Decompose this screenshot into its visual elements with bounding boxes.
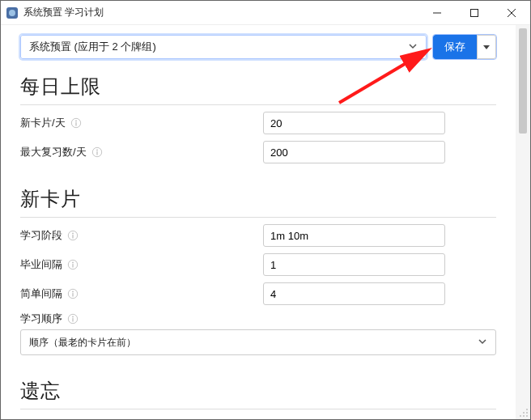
row-graduating-interval: 毕业间隔 <box>20 253 496 276</box>
svg-rect-9 <box>75 122 76 125</box>
svg-point-28 <box>523 412 525 414</box>
select-insertion-order-value: 顺序（最老的卡片在前） <box>29 336 136 350</box>
scrollbar-thumb[interactable] <box>519 28 527 134</box>
input-new-cards-per-day[interactable] <box>263 112 445 134</box>
label-easy-interval: 简单间隔 <box>20 286 263 301</box>
label-new-cards-per-day: 新卡片/天 <box>20 116 263 130</box>
save-button[interactable]: 保存 <box>433 35 477 59</box>
section-heading-lapses: 遗忘 <box>20 378 496 409</box>
svg-point-14 <box>72 233 74 235</box>
svg-point-1 <box>9 10 15 16</box>
svg-rect-15 <box>72 235 73 238</box>
svg-rect-18 <box>72 264 73 267</box>
row-max-reviews-per-day: 最大复习数/天 <box>20 141 496 163</box>
svg-rect-3 <box>471 9 478 16</box>
row-insertion-order-label: 学习顺序 <box>20 312 496 326</box>
label-learning-steps: 学习阶段 <box>20 228 263 243</box>
svg-marker-6 <box>483 45 490 49</box>
row-new-cards-per-day: 新卡片/天 <box>20 112 496 134</box>
caret-down-icon <box>483 44 490 50</box>
label-insertion-order: 学习顺序 <box>20 312 263 326</box>
resize-grip[interactable] <box>517 406 529 418</box>
section-heading-daily-limits: 每日上限 <box>20 74 496 105</box>
app-icon <box>6 6 19 19</box>
svg-point-23 <box>72 316 74 318</box>
row-learning-steps: 学习阶段 <box>20 224 496 247</box>
svg-point-8 <box>75 121 77 122</box>
svg-rect-12 <box>96 151 97 155</box>
svg-rect-24 <box>72 318 73 321</box>
app-window: 系统预置 学习计划 系统预置 (应用于 2 个牌组) 保存 <box>0 0 531 420</box>
label-graduating-interval: 毕业间隔 <box>20 257 263 272</box>
scroll-area: 系统预置 (应用于 2 个牌组) 保存 每日上限 新卡片/天 <box>1 25 516 419</box>
svg-point-30 <box>520 415 521 417</box>
input-learning-steps[interactable] <box>263 224 445 247</box>
vertical-scrollbar[interactable] <box>516 25 530 419</box>
minimize-icon <box>433 9 441 17</box>
svg-point-31 <box>523 415 525 417</box>
svg-point-20 <box>72 291 74 293</box>
svg-point-27 <box>526 409 528 410</box>
save-more-button[interactable] <box>477 35 496 59</box>
row-easy-interval: 简单间隔 <box>20 282 496 305</box>
select-insertion-order[interactable]: 顺序（最老的卡片在前） <box>20 329 496 355</box>
preset-select-label: 系统预置 (应用于 2 个牌组) <box>29 40 156 54</box>
input-max-reviews-per-day[interactable] <box>263 141 445 163</box>
info-icon[interactable] <box>67 259 79 270</box>
client-area: 系统预置 (应用于 2 个牌组) 保存 每日上限 新卡片/天 <box>1 25 530 419</box>
save-button-group: 保存 <box>433 35 496 59</box>
label-max-reviews-per-day: 最大复习数/天 <box>20 145 263 159</box>
info-icon[interactable] <box>67 230 79 241</box>
preset-select[interactable]: 系统预置 (应用于 2 个牌组) <box>20 35 427 59</box>
close-button[interactable] <box>493 1 530 25</box>
info-icon[interactable] <box>70 117 82 129</box>
maximize-button[interactable] <box>456 1 493 25</box>
close-icon <box>508 9 516 17</box>
info-icon[interactable] <box>67 288 79 299</box>
chevron-down-icon <box>408 41 418 53</box>
preset-toolbar: 系统预置 (应用于 2 个牌组) 保存 <box>20 35 496 59</box>
svg-rect-21 <box>72 293 73 296</box>
chevron-down-icon <box>478 337 487 349</box>
minimize-button[interactable] <box>418 1 456 25</box>
info-icon[interactable] <box>67 313 79 325</box>
input-graduating-interval[interactable] <box>263 253 445 276</box>
svg-point-29 <box>526 412 528 414</box>
svg-point-11 <box>96 150 98 151</box>
input-easy-interval[interactable] <box>263 282 445 305</box>
window-title: 系统预置 学习计划 <box>23 6 104 19</box>
section-heading-new-cards: 新卡片 <box>20 186 496 218</box>
svg-point-17 <box>72 262 74 264</box>
maximize-icon <box>470 9 478 17</box>
info-icon[interactable] <box>91 146 103 158</box>
titlebar: 系统预置 学习计划 <box>1 1 530 25</box>
svg-point-32 <box>526 415 528 417</box>
